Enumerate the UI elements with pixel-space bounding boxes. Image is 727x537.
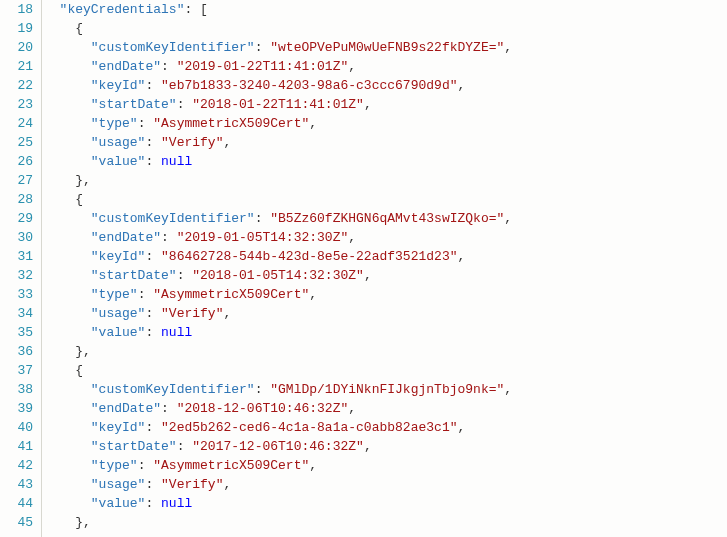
line-number: 20 xyxy=(0,38,33,57)
code-line: "startDate": "2018-01-22T11:41:01Z", xyxy=(44,95,727,114)
code-line: "usage": "Verify", xyxy=(44,304,727,323)
line-number: 19 xyxy=(0,19,33,38)
line-number: 32 xyxy=(0,266,33,285)
code-area[interactable]: "keyCredentials": [ { "customKeyIdentifi… xyxy=(42,0,727,537)
code-line: "endDate": "2019-01-05T14:32:30Z", xyxy=(44,228,727,247)
code-line: "usage": "Verify", xyxy=(44,475,727,494)
line-number: 18 xyxy=(0,0,33,19)
code-line: { xyxy=(44,361,727,380)
code-line: }, xyxy=(44,513,727,532)
code-line: "type": "AsymmetricX509Cert", xyxy=(44,285,727,304)
line-number: 36 xyxy=(0,342,33,361)
code-line: }, xyxy=(44,342,727,361)
line-number: 26 xyxy=(0,152,33,171)
code-line: "value": null xyxy=(44,323,727,342)
code-line: "customKeyIdentifier": "wteOPVePuM0wUeFN… xyxy=(44,38,727,57)
code-editor[interactable]: 1819202122232425262728293031323334353637… xyxy=(0,0,727,537)
line-number: 29 xyxy=(0,209,33,228)
line-number: 33 xyxy=(0,285,33,304)
line-number: 22 xyxy=(0,76,33,95)
line-number: 34 xyxy=(0,304,33,323)
code-line: "value": null xyxy=(44,494,727,513)
line-number: 35 xyxy=(0,323,33,342)
line-number: 44 xyxy=(0,494,33,513)
line-number: 27 xyxy=(0,171,33,190)
code-line: "keyCredentials": [ xyxy=(44,0,727,19)
code-line: "customKeyIdentifier": "GMlDp/1DYiNknFIJ… xyxy=(44,380,727,399)
line-number: 30 xyxy=(0,228,33,247)
line-number: 41 xyxy=(0,437,33,456)
line-number-gutter: 1819202122232425262728293031323334353637… xyxy=(0,0,42,537)
code-line: "usage": "Verify", xyxy=(44,133,727,152)
code-line: "endDate": "2018-12-06T10:46:32Z", xyxy=(44,399,727,418)
code-line: { xyxy=(44,19,727,38)
line-number: 40 xyxy=(0,418,33,437)
line-number: 45 xyxy=(0,513,33,532)
line-number: 43 xyxy=(0,475,33,494)
line-number: 37 xyxy=(0,361,33,380)
code-line: "keyId": "eb7b1833-3240-4203-98a6-c3ccc6… xyxy=(44,76,727,95)
line-number: 23 xyxy=(0,95,33,114)
code-line: "startDate": "2018-01-05T14:32:30Z", xyxy=(44,266,727,285)
line-number: 24 xyxy=(0,114,33,133)
line-number: 39 xyxy=(0,399,33,418)
line-number: 31 xyxy=(0,247,33,266)
code-line: }, xyxy=(44,171,727,190)
line-number: 38 xyxy=(0,380,33,399)
code-line: "endDate": "2019-01-22T11:41:01Z", xyxy=(44,57,727,76)
line-number: 25 xyxy=(0,133,33,152)
code-line: "customKeyIdentifier": "B5Zz60fZKHGN6qAM… xyxy=(44,209,727,228)
code-line: "startDate": "2017-12-06T10:46:32Z", xyxy=(44,437,727,456)
code-line: "keyId": "86462728-544b-423d-8e5e-22adf3… xyxy=(44,247,727,266)
line-number: 42 xyxy=(0,456,33,475)
line-number: 28 xyxy=(0,190,33,209)
code-line: "type": "AsymmetricX509Cert", xyxy=(44,456,727,475)
code-line: "value": null xyxy=(44,152,727,171)
code-line: { xyxy=(44,190,727,209)
code-line: "keyId": "2ed5b262-ced6-4c1a-8a1a-c0abb8… xyxy=(44,418,727,437)
code-line: "type": "AsymmetricX509Cert", xyxy=(44,114,727,133)
line-number: 21 xyxy=(0,57,33,76)
